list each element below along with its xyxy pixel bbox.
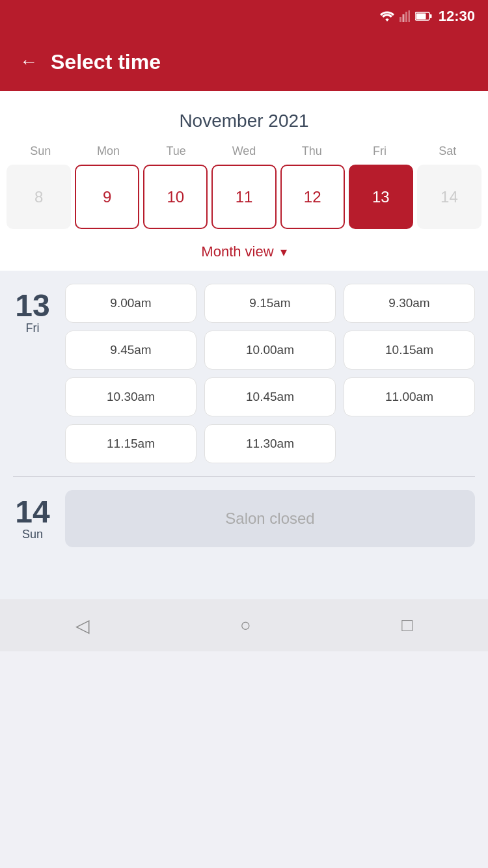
time-slot-915am[interactable]: 9.15am xyxy=(204,284,336,323)
time-slots-section: 13 Fri 9.00am 9.15am 9.30am 9.45am 10.00… xyxy=(0,271,488,573)
month-view-label: Month view xyxy=(201,243,273,260)
day-14-name: Sun xyxy=(22,528,43,541)
app-header: ← Select time xyxy=(0,33,488,91)
battery-icon xyxy=(415,12,432,21)
nav-back-icon[interactable]: ◁ xyxy=(75,615,90,636)
weekday-fri: Fri xyxy=(346,144,413,165)
svg-rect-2 xyxy=(405,12,407,22)
weekdays-row: Sun Mon Tue Wed Thu Fri Sat xyxy=(0,144,488,165)
svg-rect-6 xyxy=(416,14,426,20)
nav-recent-icon[interactable]: □ xyxy=(401,615,413,636)
cal-day-14[interactable]: 14 xyxy=(417,165,481,229)
status-bar: 12:30 xyxy=(0,0,488,33)
cal-day-8[interactable]: 8 xyxy=(7,165,71,229)
nav-home-icon[interactable]: ○ xyxy=(240,615,251,636)
day-13-label: 13 Fri xyxy=(13,284,52,463)
signal-icon xyxy=(400,10,410,22)
weekday-sun: Sun xyxy=(7,144,74,165)
time-slot-945am[interactable]: 9.45am xyxy=(65,331,197,370)
weekday-sat: Sat xyxy=(414,144,481,165)
calendar-days-row: 8 9 10 11 12 13 14 xyxy=(0,165,488,236)
cal-day-13[interactable]: 13 xyxy=(349,165,413,229)
cal-day-10[interactable]: 10 xyxy=(143,165,208,229)
weekday-thu: Thu xyxy=(278,144,346,165)
time-slot-1115am[interactable]: 11.15am xyxy=(65,424,197,463)
time-slot-1000am[interactable]: 10.00am xyxy=(204,331,336,370)
cal-day-9[interactable]: 9 xyxy=(75,165,139,229)
day-13-number: 13 xyxy=(15,290,49,321)
chevron-down-icon: ▾ xyxy=(280,244,287,260)
wifi-icon xyxy=(380,11,394,21)
status-time: 12:30 xyxy=(439,8,475,25)
time-slot-930am[interactable]: 9.30am xyxy=(344,284,475,323)
status-icons xyxy=(380,10,432,22)
time-slot-1130am[interactable]: 11.30am xyxy=(204,424,336,463)
cal-day-11[interactable]: 11 xyxy=(211,165,276,229)
month-view-toggle[interactable]: Month view ▾ xyxy=(0,236,488,271)
day-13-section: 13 Fri 9.00am 9.15am 9.30am 9.45am 10.00… xyxy=(13,284,475,463)
salon-closed-box: Salon closed xyxy=(65,490,475,547)
month-year-title: November 2021 xyxy=(0,104,488,144)
day-14-number: 14 xyxy=(15,496,49,528)
svg-rect-0 xyxy=(400,17,401,22)
time-slot-1100am[interactable]: 11.00am xyxy=(344,377,475,416)
back-button[interactable]: ← xyxy=(20,51,38,72)
svg-rect-5 xyxy=(429,14,431,18)
day-14-section: 14 Sun Salon closed xyxy=(13,490,475,547)
time-slot-1045am[interactable]: 10.45am xyxy=(204,377,336,416)
time-slot-1015am[interactable]: 10.15am xyxy=(344,331,475,370)
salon-closed-label: Salon closed xyxy=(225,509,314,528)
weekday-tue: Tue xyxy=(142,144,210,165)
bottom-nav: ◁ ○ □ xyxy=(0,599,488,651)
svg-rect-1 xyxy=(402,14,404,22)
time-slot-1030am[interactable]: 10.30am xyxy=(65,377,197,416)
weekday-wed: Wed xyxy=(210,144,278,165)
time-slot-900am[interactable]: 9.00am xyxy=(65,284,197,323)
header-title: Select time xyxy=(51,50,161,74)
svg-rect-3 xyxy=(408,10,410,22)
section-divider xyxy=(13,476,475,477)
calendar-section: November 2021 Sun Mon Tue Wed Thu Fri Sa… xyxy=(0,91,488,271)
day-14-label: 14 Sun xyxy=(13,490,52,547)
cal-day-12[interactable]: 12 xyxy=(280,165,345,229)
day-13-time-grid: 9.00am 9.15am 9.30am 9.45am 10.00am 10.1… xyxy=(65,284,475,463)
weekday-mon: Mon xyxy=(74,144,142,165)
day-13-name: Fri xyxy=(26,321,40,335)
